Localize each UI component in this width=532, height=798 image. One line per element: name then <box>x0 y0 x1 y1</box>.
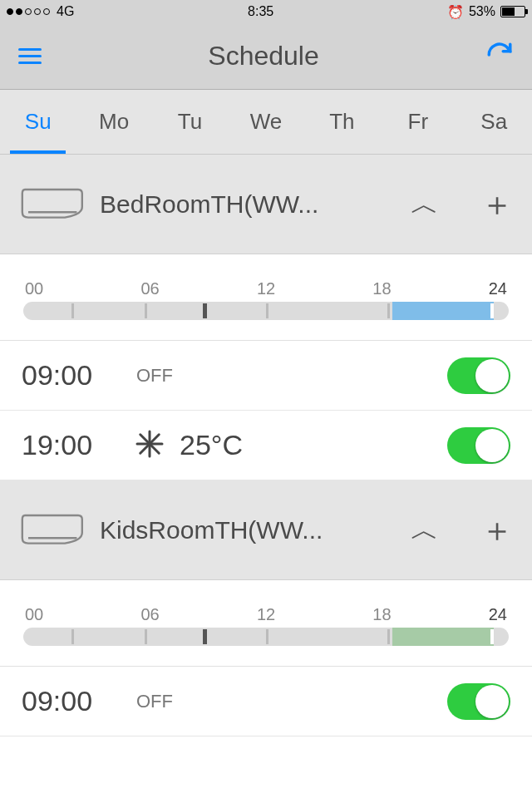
device-name: KidsRoomTH(WW... <box>100 516 381 544</box>
battery-pct: 53% <box>469 4 495 19</box>
schedule-row[interactable]: 09:00OFF <box>0 341 532 411</box>
alarm-icon: ⏰ <box>447 4 464 20</box>
tab-tu[interactable]: Tu <box>152 90 228 154</box>
device-header: BedRoomTH(WW...︿＋ <box>0 155 532 254</box>
schedule-time: 09:00 <box>22 359 130 392</box>
page-title: Schedule <box>208 41 318 71</box>
battery-icon <box>500 6 525 17</box>
timeline-bar[interactable] <box>23 628 509 646</box>
schedule-time: 19:00 <box>22 429 130 461</box>
status-bar: 4G 8:35 ⏰ 53% <box>0 0 532 23</box>
schedule-time: 09:00 <box>22 685 130 717</box>
schedule-toggle[interactable] <box>447 683 510 720</box>
timeline-tick-label: 18 <box>372 279 391 298</box>
nav-bar: Schedule <box>0 23 532 90</box>
timeline-tick-label: 24 <box>489 605 507 624</box>
schedule-temp: 25°C <box>180 429 243 461</box>
collapse-button[interactable]: ︿ <box>396 511 454 549</box>
timeline: 0006121824 <box>0 580 532 667</box>
day-tabs: SuMoTuWeThFrSa <box>0 90 532 155</box>
menu-button[interactable] <box>18 48 42 64</box>
schedule-toggle[interactable] <box>447 357 510 394</box>
timeline-tick-label: 00 <box>25 279 43 298</box>
schedule-mode: OFF <box>136 691 173 712</box>
device-name: BedRoomTH(WW... <box>100 190 381 219</box>
timeline: 0006121824 <box>0 254 532 341</box>
timeline-tick-label: 00 <box>25 605 43 624</box>
add-schedule-button[interactable]: ＋ <box>469 507 514 553</box>
tab-fr[interactable]: Fr <box>380 90 456 154</box>
timeline-fill <box>392 302 495 320</box>
timeline-tick-label: 18 <box>372 605 391 624</box>
refresh-button[interactable] <box>485 41 514 72</box>
tab-we[interactable]: We <box>228 90 303 154</box>
tab-th[interactable]: Th <box>304 90 380 154</box>
timeline-tick-label: 12 <box>257 279 275 298</box>
snowflake-icon <box>130 429 165 462</box>
schedule-row[interactable]: 09:00OFF <box>0 667 532 736</box>
clock-label: 8:35 <box>248 4 273 19</box>
schedule-mode: OFF <box>136 365 173 387</box>
tab-sa[interactable]: Sa <box>456 90 532 154</box>
signal-dots-icon <box>7 8 50 15</box>
device-header: KidsRoomTH(WW...︿＋ <box>0 480 532 580</box>
carrier-label: 4G <box>57 4 74 19</box>
tab-mo[interactable]: Mo <box>76 90 151 154</box>
ac-unit-icon <box>18 182 85 227</box>
timeline-tick-label: 24 <box>489 279 507 298</box>
timeline-tick-label: 06 <box>140 605 159 624</box>
timeline-tick-label: 06 <box>140 279 159 298</box>
schedule-toggle[interactable] <box>447 427 510 464</box>
timeline-bar[interactable] <box>23 302 509 320</box>
schedule-row[interactable]: 19:0025°C <box>0 411 532 480</box>
tab-su[interactable]: Su <box>0 90 76 154</box>
timeline-fill <box>392 628 495 646</box>
timeline-tick-label: 12 <box>257 605 275 624</box>
collapse-button[interactable]: ︿ <box>396 185 454 224</box>
add-schedule-button[interactable]: ＋ <box>469 181 514 227</box>
ac-unit-icon <box>18 508 85 553</box>
